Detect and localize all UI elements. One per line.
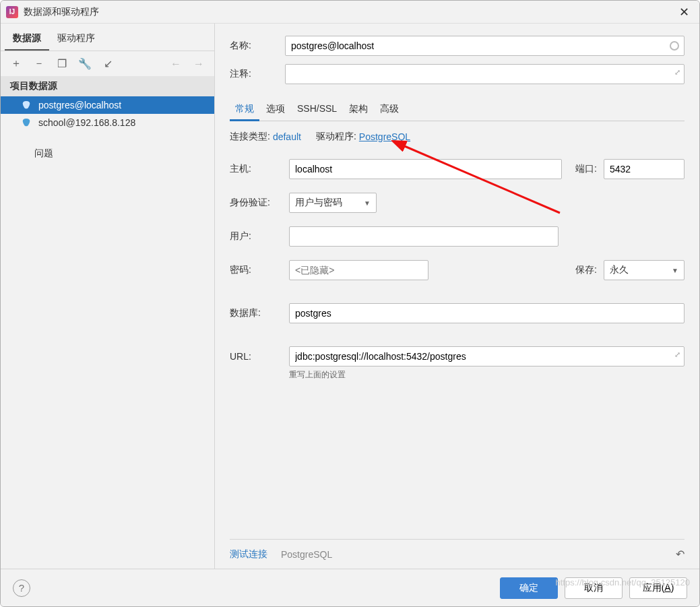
- port-input[interactable]: [604, 159, 685, 179]
- password-input[interactable]: [289, 260, 428, 280]
- ok-button[interactable]: 确定: [500, 577, 558, 599]
- cancel-button[interactable]: 取消: [565, 577, 623, 599]
- database-label: 数据库:: [230, 307, 282, 319]
- tab-general[interactable]: 常规: [230, 99, 259, 121]
- close-icon[interactable]: ✕: [674, 2, 694, 22]
- make-global-icon[interactable]: ↙: [102, 57, 114, 70]
- dialog-footer: ? 确定 取消 应用(A): [1, 569, 699, 606]
- user-label: 用户:: [230, 230, 282, 243]
- password-label: 密码:: [230, 264, 282, 276]
- titlebar: IJ 数据源和驱动程序 ✕: [1, 1, 699, 24]
- tab-advanced[interactable]: 高级: [375, 99, 404, 121]
- auth-label: 身份验证:: [230, 197, 282, 209]
- add-icon[interactable]: ＋: [10, 57, 22, 71]
- chevron-down-icon: ▼: [672, 267, 678, 274]
- tab-sshssl[interactable]: SSH/SSL: [292, 99, 342, 121]
- save-select[interactable]: 永久 ▼: [604, 260, 685, 280]
- driver-label: 驱动程序:: [316, 131, 356, 143]
- sidebar-tab-datasource[interactable]: 数据源: [5, 28, 49, 51]
- test-connection-link[interactable]: 测试连接: [230, 548, 267, 561]
- auth-select[interactable]: 用户与密码 ▼: [289, 193, 377, 213]
- host-label: 主机:: [230, 163, 282, 175]
- chevron-down-icon: ▼: [364, 199, 371, 207]
- tab-schemas[interactable]: 架构: [344, 99, 373, 121]
- datasource-item-postgres[interactable]: postgres@localhost: [1, 96, 214, 114]
- datasource-item-school[interactable]: school@192.168.8.128: [1, 114, 214, 131]
- forward-icon[interactable]: →: [193, 58, 205, 70]
- remove-icon[interactable]: －: [33, 57, 45, 71]
- main-panel: 名称: 注释: ⤢ 常规 选项 SSH/SSL 架构 高级: [215, 24, 699, 569]
- color-indicator-icon[interactable]: [670, 41, 679, 51]
- test-driver-name: PostgreSQL: [281, 549, 332, 560]
- problems-label[interactable]: 问题: [1, 141, 214, 164]
- driver-link[interactable]: PostgreSQL: [359, 131, 410, 142]
- name-input[interactable]: [285, 36, 685, 56]
- postgres-icon: [21, 117, 32, 128]
- apply-button[interactable]: 应用(A): [629, 577, 687, 599]
- expand-icon[interactable]: ⤢: [674, 350, 680, 359]
- help-icon[interactable]: ?: [13, 579, 30, 597]
- back-icon[interactable]: ←: [170, 58, 182, 70]
- url-input[interactable]: [289, 346, 685, 366]
- conn-type-value[interactable]: default: [273, 131, 301, 142]
- section-project-datasource: 项目数据源: [1, 76, 214, 96]
- conn-type-label: 连接类型:: [230, 131, 270, 143]
- detail-tabs: 常规 选项 SSH/SSL 架构 高级: [230, 99, 685, 121]
- datasource-label: school@192.168.8.128: [38, 117, 135, 128]
- expand-icon[interactable]: ⤢: [674, 68, 680, 77]
- url-label: URL:: [230, 351, 282, 362]
- tab-options[interactable]: 选项: [261, 99, 290, 121]
- save-label: 保存:: [569, 264, 597, 276]
- datasource-label: postgres@localhost: [38, 100, 121, 110]
- duplicate-icon[interactable]: ❐: [56, 57, 68, 70]
- sidebar: 数据源 驱动程序 ＋ － ❐ 🔧 ↙ ← → 项目数据源 postgres@lo…: [1, 24, 215, 569]
- postgres-icon: [21, 100, 32, 110]
- database-input[interactable]: [289, 303, 685, 323]
- revert-icon[interactable]: ↶: [676, 548, 685, 561]
- window-title: 数据源和驱动程序: [24, 6, 674, 18]
- auth-value: 用户与密码: [295, 197, 342, 209]
- app-icon: IJ: [6, 6, 18, 18]
- sidebar-toolbar: ＋ － ❐ 🔧 ↙ ← →: [1, 51, 214, 76]
- comment-label: 注释:: [230, 68, 285, 80]
- settings-icon[interactable]: 🔧: [79, 57, 91, 70]
- name-label: 名称:: [230, 40, 285, 52]
- user-input[interactable]: [289, 226, 559, 247]
- port-label: 端口:: [569, 163, 597, 175]
- host-input[interactable]: [289, 159, 562, 179]
- url-note: 重写上面的设置: [289, 369, 685, 381]
- save-value: 永久: [610, 264, 629, 276]
- sidebar-tab-drivers[interactable]: 驱动程序: [49, 28, 103, 51]
- comment-input[interactable]: [285, 64, 685, 84]
